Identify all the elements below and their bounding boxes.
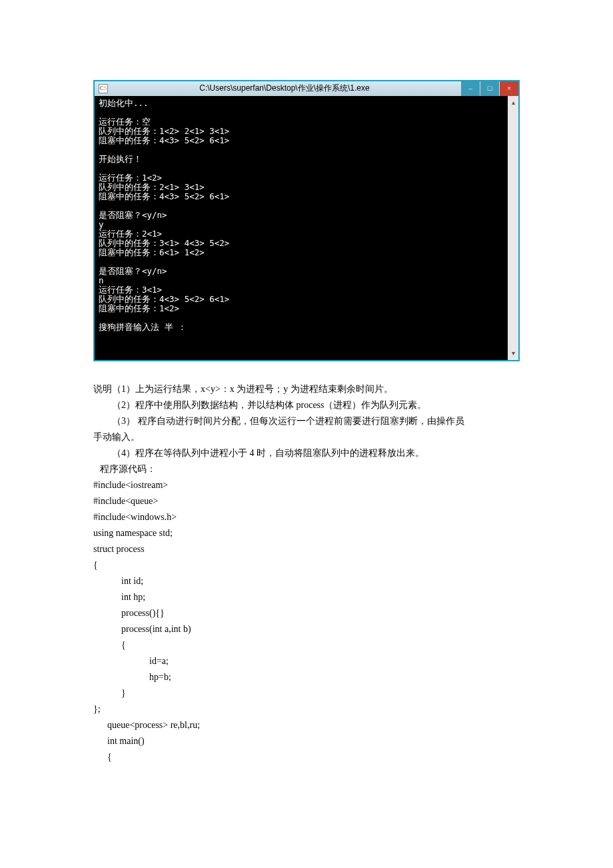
window-title: C:\Users\superfan\Desktop\作业\操作系统\1.exe [108,82,461,95]
code-line: hp=b; [93,669,520,685]
console-output: 初始化中... 运行任务：空 队列中的任务：1<2> 2<1> 3<1> 阻塞中… [95,96,508,360]
explain-line-1: 说明（1）上为运行结果，x<y>：x 为进程号；y 为进程结束剩余时间片。 [93,381,520,397]
window-controls: – □ × [461,81,518,96]
console-body: 初始化中... 运行任务：空 队列中的任务：1<2> 2<1> 3<1> 阻塞中… [95,96,518,360]
explain-line-2: （2）程序中使用队列数据结构，并以结构体 process（进程）作为队列元素。 [93,397,520,413]
code-line: struct process [93,541,520,557]
minimize-button[interactable]: – [461,81,480,96]
code-line: { [93,749,520,765]
code-line: } [93,685,520,701]
console-window: C:\ C:\Users\superfan\Desktop\作业\操作系统\1.… [93,80,520,361]
code-line: int main() [93,733,520,749]
code-line: #include<iostream> [93,477,520,493]
code-line: int id; [93,573,520,589]
code-line: int hp; [93,589,520,605]
code-line: { [93,637,520,653]
code-line: id=a; [93,653,520,669]
code-line: { [93,557,520,573]
explain-line-3b: 手动输入。 [93,429,520,445]
scroll-down-icon[interactable]: ▾ [512,348,515,359]
code-line: process(){} [93,605,520,621]
app-icon: C:\ [99,84,108,93]
code-line: #include<windows.h> [93,509,520,525]
title-bar: C:\ C:\Users\superfan\Desktop\作业\操作系统\1.… [95,81,518,96]
maximize-button[interactable]: □ [480,81,499,96]
scrollbar[interactable]: ▴ ▾ [508,96,518,360]
source-code: #include<iostream> #include<queue> #incl… [93,477,520,765]
source-code-label: 程序源代码： [93,461,520,477]
explain-line-3a: （3） 程序自动进行时间片分配，但每次运行一个进程前需要进行阻塞判断，由操作员 [93,413,520,429]
code-line: process(int a,int b) [93,621,520,637]
code-line: #include<queue> [93,493,520,509]
close-button[interactable]: × [500,81,518,96]
code-line: queue<process> re,bl,ru; [93,717,520,733]
explain-line-4: （4）程序在等待队列中进程小于 4 时，自动将阻塞队列中的进程释放出来。 [93,445,520,461]
explanation-block: 说明（1）上为运行结果，x<y>：x 为进程号；y 为进程结束剩余时间片。 （2… [93,381,520,477]
code-line: using namespace std; [93,525,520,541]
scroll-up-icon[interactable]: ▴ [512,97,515,108]
app-icon-label: C:\ [100,85,107,93]
code-line: }; [93,701,520,717]
